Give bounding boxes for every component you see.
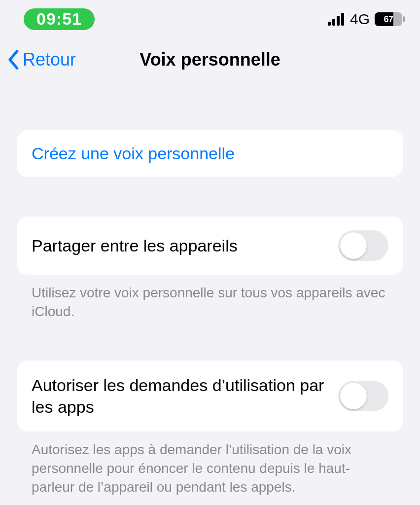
share-footer-text: Utilisez votre voix personnelle sur tous… <box>17 275 403 321</box>
chevron-left-icon <box>7 50 21 70</box>
back-button[interactable]: Retour <box>0 49 76 70</box>
toggle-knob <box>340 383 367 409</box>
status-bar: 09:51 4G 67 <box>0 0 420 38</box>
cellular-signal-icon <box>328 13 344 26</box>
create-personal-voice-link: Créez une voix personnelle <box>32 144 235 163</box>
allow-apps-footer-text: Autorisez les apps à demander l’utilisat… <box>17 432 403 496</box>
toggle-knob <box>340 232 367 259</box>
nav-bar: Retour Voix personnelle <box>0 38 420 81</box>
status-right-group: 4G 67 <box>328 11 402 28</box>
allow-app-requests-cell: Autoriser les demandes d’utilisation par… <box>17 361 403 432</box>
spacer <box>17 321 403 361</box>
spacer <box>17 177 403 216</box>
battery-percent: 67 <box>375 14 402 25</box>
spacer <box>17 81 403 130</box>
status-time: 09:51 <box>36 10 82 27</box>
battery-icon: 67 <box>375 12 402 26</box>
content-area: Créez une voix personnelle Partager entr… <box>0 81 420 496</box>
share-across-devices-label: Partager entre les appareils <box>32 235 338 256</box>
allow-app-requests-label: Autoriser les demandes d’utilisation par… <box>32 374 338 418</box>
allow-app-requests-toggle[interactable] <box>338 381 388 411</box>
page-title: Voix personnelle <box>140 49 280 70</box>
create-personal-voice-cell[interactable]: Créez une voix personnelle <box>17 130 403 177</box>
network-type-label: 4G <box>350 11 370 28</box>
share-across-devices-cell: Partager entre les appareils <box>17 216 403 275</box>
status-time-pill[interactable]: 09:51 <box>24 8 95 30</box>
back-label: Retour <box>23 49 76 70</box>
share-across-devices-toggle[interactable] <box>338 230 388 261</box>
